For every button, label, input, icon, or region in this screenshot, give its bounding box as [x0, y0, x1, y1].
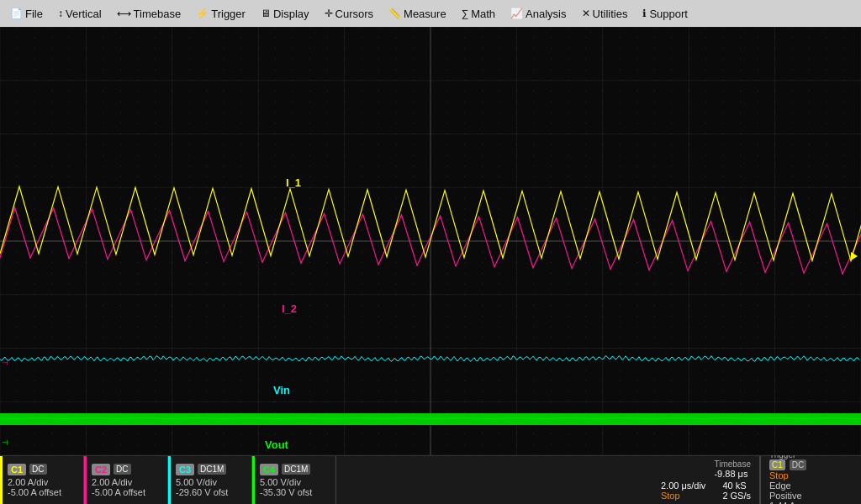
trigger-coupling: DC	[790, 459, 806, 470]
channel-label-i1: I_1	[286, 176, 301, 189]
timebase-samples2: 2 GS/s	[722, 491, 751, 501]
channel-info-c4: C4 DC1M 5.00 V/div -35.30 V ofst	[252, 456, 336, 504]
c4-coupling: DC1M	[282, 464, 310, 475]
trigger-info: Trigger C1 DC Stop Edge Positive 1.44 A	[760, 456, 861, 504]
c3-badge: C3	[176, 464, 194, 475]
menu-bar: 📄 File ↕ Vertical ⟷ Timebase ⚡ Trigger 🖥…	[0, 0, 861, 27]
trigger-mode: Stop	[769, 470, 853, 480]
timebase-samples1: 40 kS	[722, 480, 751, 491]
analysis-icon: 📈	[510, 8, 523, 19]
c1-offset: -5.00 A offset	[8, 487, 78, 497]
c3-scale: 5.00 V/div	[176, 477, 246, 487]
timebase-stop: Stop	[661, 491, 705, 501]
channel-info-c2: C2 DC 2.00 A/div -5.00 A offset	[84, 456, 168, 504]
channel-info-c1: C1 DC 2.00 A/div -5.00 A offset	[0, 456, 84, 504]
trigger-marker-yellow	[851, 252, 858, 260]
support-icon: ℹ	[642, 8, 647, 19]
vertical-icon: ↕	[58, 8, 63, 19]
display-icon: 🖥	[261, 8, 271, 19]
channel-label-vin: Vin	[273, 384, 290, 396]
menu-support[interactable]: ℹ Support	[636, 5, 695, 23]
menu-timebase[interactable]: ⟷ Timebase	[110, 5, 188, 23]
channel-info-c3: C3 DC1M 5.00 V/div -29.60 V ofst	[168, 456, 252, 504]
utilities-icon: ✕	[582, 8, 590, 19]
menu-file[interactable]: 📄 File	[3, 5, 50, 23]
c2-coupling: DC	[114, 464, 130, 475]
grid	[0, 27, 861, 455]
menu-cursors[interactable]: ✛ Cursors	[318, 5, 381, 23]
c2-offset: -5.00 A offset	[92, 487, 162, 497]
channel-label-vout: Vout	[265, 438, 288, 451]
channel-label-i2: I_2	[282, 302, 297, 315]
measure-icon: 📏	[388, 8, 401, 19]
timebase-label: Timebase	[714, 459, 751, 469]
file-icon: 📄	[10, 8, 23, 19]
left-marker-green: ⊣	[2, 438, 8, 447]
c2-scale: 2.00 A/div	[92, 477, 162, 487]
c1-coupling: DC	[29, 464, 46, 475]
math-icon: ∑	[462, 8, 469, 19]
trigger-type: Edge	[769, 480, 853, 491]
c4-offset: -35.30 V ofst	[260, 487, 330, 497]
c1-badge: C1	[8, 464, 26, 475]
trigger-level: 1.44 A	[769, 501, 853, 505]
menu-measure[interactable]: 📏 Measure	[382, 5, 453, 23]
timebase-rate: 2.00 μs/div	[661, 480, 705, 491]
timebase-icon: ⟷	[117, 8, 131, 19]
c3-offset: -29.60 V ofst	[176, 487, 246, 497]
c4-badge: C4	[260, 464, 278, 475]
c1-scale: 2.00 A/div	[8, 477, 78, 487]
menu-trigger[interactable]: ⚡ Trigger	[189, 5, 252, 23]
trigger-channel: C1 DC	[769, 459, 853, 470]
menu-display[interactable]: 🖥 Display	[254, 5, 316, 23]
c4-scale: 5.00 V/div	[260, 477, 330, 487]
trigger-polarity: Positive	[769, 491, 853, 501]
trigger-ch-badge: C1	[769, 459, 785, 470]
timebase-value: -9.88 μs	[714, 469, 751, 479]
cursors-icon: ✛	[325, 8, 333, 19]
menu-math[interactable]: ∑ Math	[455, 5, 502, 23]
c2-badge: C2	[92, 464, 110, 475]
status-bar: C1 DC 2.00 A/div -5.00 A offset C2 DC 2.…	[0, 455, 861, 504]
c3-coupling: DC1M	[198, 464, 226, 475]
menu-utilities[interactable]: ✕ Utilities	[575, 5, 635, 23]
trigger-icon: ⚡	[196, 8, 209, 19]
spacer	[336, 456, 540, 504]
menu-analysis[interactable]: 📈 Analysis	[504, 5, 573, 23]
timebase-info: Timebase -9.88 μs 2.00 μs/div Stop 40 kS…	[540, 456, 761, 504]
scope-display: I_1 I_2 Vin Vout ⊣ ⊣	[0, 27, 861, 455]
left-marker-pink: ⊣	[2, 359, 8, 367]
menu-vertical[interactable]: ↕ Vertical	[51, 5, 108, 23]
